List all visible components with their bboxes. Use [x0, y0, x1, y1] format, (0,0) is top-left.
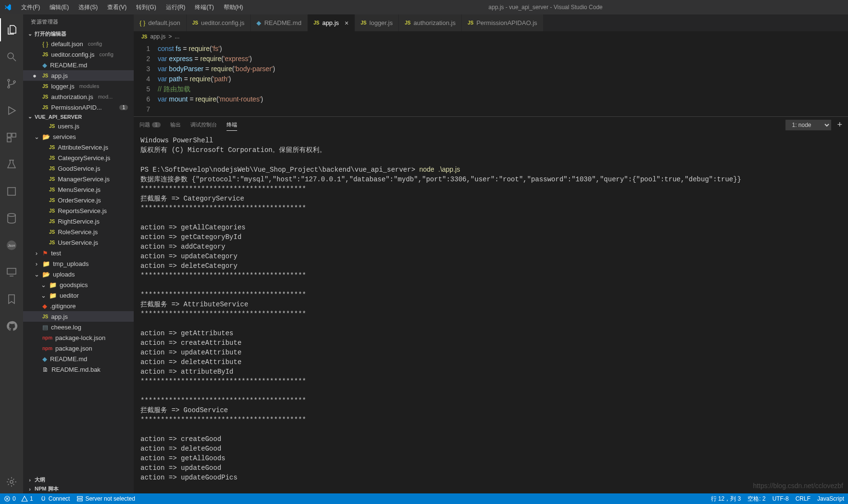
editor-tab[interactable]: JSapp.js×: [308, 14, 355, 31]
editor-tab[interactable]: JSauthorization.js: [399, 14, 462, 31]
status-encoding[interactable]: UTF-8: [772, 495, 789, 503]
status-connect[interactable]: Connect: [40, 495, 70, 502]
tree-item[interactable]: JSUserService.js: [23, 237, 134, 248]
activity-github[interactable]: [0, 315, 23, 338]
tab-output[interactable]: 输出: [170, 119, 181, 130]
activity-docker[interactable]: [0, 180, 23, 203]
tree-item[interactable]: ▤cheese.log: [23, 322, 134, 332]
activity-test[interactable]: [0, 153, 23, 176]
tree-item[interactable]: ◆README.md: [23, 353, 134, 364]
activity-search[interactable]: [0, 45, 23, 68]
tree-item[interactable]: JSReportsService.js: [23, 205, 134, 216]
svg-rect-14: [77, 496, 83, 498]
tree-item[interactable]: npmpackage-lock.json: [23, 332, 134, 343]
file-tree: JSusers.js⌄📂servicesJSAttributeService.j…: [23, 121, 134, 475]
play-bug-icon: [6, 105, 17, 116]
open-editor-item[interactable]: ×JSauthorization.jsmod...: [23, 91, 134, 102]
status-eol[interactable]: CRLF: [796, 495, 810, 503]
tree-item[interactable]: ⌄📁goodspics: [23, 279, 134, 290]
file-hint: mod...: [98, 94, 113, 100]
activity-settings[interactable]: [0, 470, 23, 493]
tab-problems[interactable]: 问题1: [139, 119, 161, 130]
breadcrumb[interactable]: JS app.js > ...: [134, 31, 848, 42]
close-icon[interactable]: ×: [345, 19, 349, 27]
tab-terminal[interactable]: 终端: [227, 119, 237, 131]
menu-go[interactable]: 转到(G): [132, 1, 160, 13]
open-editor-item[interactable]: ×{ }default.jsonconfig: [23, 38, 134, 49]
tree-item[interactable]: JSRightService.js: [23, 216, 134, 227]
tree-item[interactable]: JSAttributeService.js: [23, 142, 134, 152]
editor-tab[interactable]: JSlogger.js: [355, 14, 399, 31]
open-editor-item[interactable]: ●JSapp.js: [23, 70, 134, 81]
open-editor-item[interactable]: ×JSPermissionAPID...1: [23, 102, 134, 113]
tree-item[interactable]: ›⚑test: [23, 248, 134, 258]
badge: 1: [119, 105, 128, 110]
editor-tab[interactable]: { }default.json: [134, 14, 187, 31]
activity-bookmark[interactable]: [0, 288, 23, 311]
tree-item[interactable]: ›📁tmp_uploads: [23, 258, 134, 269]
code-content[interactable]: const fs = require('fs')var express = re…: [158, 44, 848, 114]
menu-edit[interactable]: 编辑(E): [46, 1, 73, 13]
beaker-icon: [6, 159, 17, 170]
editor-tab[interactable]: JSueditor.config.js: [187, 14, 251, 31]
tree-item[interactable]: ⌄📁ueditor: [23, 290, 134, 301]
activity-debug[interactable]: [0, 99, 23, 122]
file-name: authorization.js: [51, 93, 93, 101]
activity-remote[interactable]: [0, 261, 23, 284]
tree-item[interactable]: JSGoodService.js: [23, 163, 134, 174]
activitybar: Json: [0, 14, 23, 493]
outline-label: 大纲: [35, 476, 45, 483]
editor-tab[interactable]: JSPermissionAPIDAO.js: [462, 14, 544, 31]
section-npm[interactable]: ›NPM 脚本: [23, 484, 134, 493]
activity-explorer[interactable]: [0, 18, 23, 41]
tree-item[interactable]: JSMenuService.js: [23, 184, 134, 195]
menu-selection[interactable]: 选择(S): [75, 1, 101, 13]
chevron-right-icon: ›: [27, 477, 33, 483]
status-spaces[interactable]: 空格: 2: [747, 495, 765, 503]
status-position[interactable]: 行 12，列 3: [711, 495, 741, 503]
tree-item[interactable]: JSManagerService.js: [23, 174, 134, 184]
terminal-output[interactable]: Windows PowerShell 版权所有 (C) Microsoft Co…: [134, 133, 848, 493]
terminal-selector[interactable]: 1: node: [785, 120, 831, 130]
activity-sql[interactable]: [0, 207, 23, 230]
menu-view[interactable]: 查看(V): [103, 1, 130, 13]
svg-point-8: [8, 214, 15, 216]
tree-item[interactable]: JSCategoryService.js: [23, 152, 134, 163]
svg-rect-7: [8, 188, 15, 195]
menu-help[interactable]: 帮助(H): [220, 1, 247, 13]
tree-item[interactable]: 🗎README.md.bak: [23, 364, 134, 375]
open-editor-item[interactable]: ×◆README.md: [23, 60, 134, 70]
tab-debug-console[interactable]: 调试控制台: [190, 119, 217, 130]
tree-item[interactable]: JSapp.js: [23, 311, 134, 322]
editor-tab[interactable]: ◆README.md: [251, 14, 307, 31]
menu-file[interactable]: 文件(F): [17, 1, 44, 13]
tree-item[interactable]: JSRoleService.js: [23, 227, 134, 237]
svg-rect-5: [12, 133, 16, 137]
tree-item[interactable]: JSOrderService.js: [23, 195, 134, 205]
status-language[interactable]: JavaScript: [817, 495, 844, 503]
activity-extensions[interactable]: [0, 126, 23, 149]
section-project[interactable]: ⌄VUE_API_SERVER: [23, 113, 134, 121]
extensions-icon: [6, 132, 17, 143]
files-icon: [6, 24, 18, 36]
close-icon[interactable]: ●: [33, 72, 39, 79]
tree-item[interactable]: ⌄📂uploads: [23, 269, 134, 279]
error-count: 0: [13, 495, 16, 502]
connect-label: Connect: [49, 495, 70, 502]
open-editor-item[interactable]: ×JSlogger.jsmodules: [23, 81, 134, 91]
code-editor[interactable]: 1234567 const fs = require('fs')var expr…: [134, 42, 848, 116]
activity-scm[interactable]: [0, 72, 23, 95]
section-outline[interactable]: ›大纲: [23, 475, 134, 484]
open-editor-item[interactable]: ×JSueditor.config.jsconfig: [23, 49, 134, 60]
tree-item[interactable]: JSusers.js: [23, 121, 134, 131]
menu-run[interactable]: 运行(R): [162, 1, 190, 13]
activity-json[interactable]: Json: [0, 234, 23, 257]
status-errors[interactable]: 0 1: [4, 495, 33, 502]
tree-item[interactable]: npmpackage.json: [23, 343, 134, 353]
tree-item[interactable]: ⌄📂services: [23, 131, 134, 142]
tree-item[interactable]: ◆.gitignore: [23, 301, 134, 311]
menu-terminal[interactable]: 终端(T): [191, 1, 217, 13]
new-terminal-icon[interactable]: +: [837, 120, 842, 130]
section-open-editors[interactable]: ⌄打开的编辑器: [23, 29, 134, 38]
status-server[interactable]: Server not selected: [76, 495, 135, 502]
